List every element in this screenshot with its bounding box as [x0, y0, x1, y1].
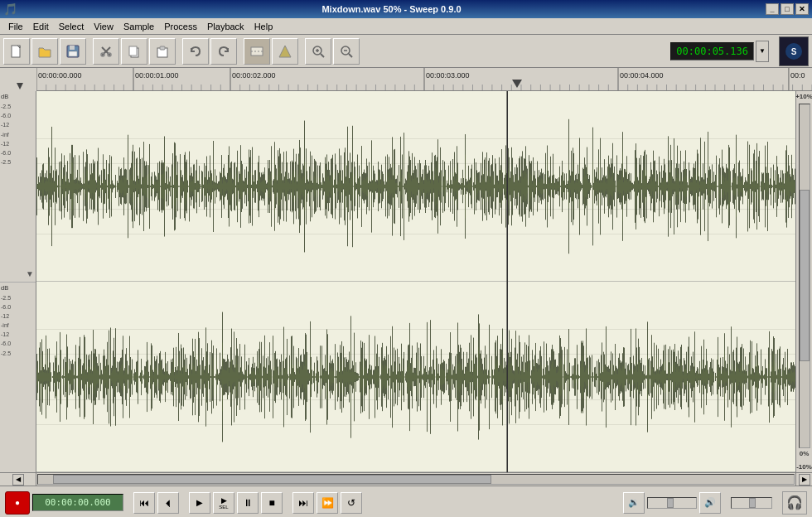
svg-marker-14	[279, 46, 291, 57]
play-button[interactable]: ▶	[189, 492, 210, 514]
v-scroll-thumb[interactable]	[800, 190, 810, 361]
scroll-right-arrow[interactable]: ▶	[799, 474, 810, 486]
svg-line-20	[349, 54, 352, 57]
loop-button[interactable]: ↺	[341, 492, 362, 514]
toolbar: 00:00:05.136 ▼ S	[0, 35, 812, 68]
window-controls: _ □ ✕	[766, 3, 809, 15]
ruler-corner	[0, 68, 36, 90]
vol-up-button[interactable]: 🔊	[699, 492, 721, 514]
app-icon: 🎵	[3, 2, 17, 16]
h-scroll-thumb[interactable]	[53, 475, 491, 484]
redo-button[interactable]	[210, 38, 237, 65]
ruler-timeline[interactable]	[36, 68, 812, 90]
tracks-wrapper: dB -2.5-6.0-12-inf-12-6.0-2.5 ▼ dB -2.5-…	[0, 91, 812, 472]
rewind-button[interactable]: ⏴	[157, 492, 179, 514]
gain-zero-label: 0%	[800, 449, 810, 458]
h-scroll-right[interactable]: ▶	[795, 473, 812, 486]
transport-time-display: 00:00:00.000	[32, 494, 123, 511]
pause-button[interactable]: ⏸	[237, 492, 259, 514]
time-display: 00:00:05.136	[670, 42, 754, 60]
menu-edit[interactable]: Edit	[28, 20, 54, 33]
waveform-area[interactable]	[36, 91, 795, 472]
help-logo-button[interactable]: S	[779, 36, 809, 66]
fast-fwd-button[interactable]: ⏩	[317, 492, 338, 514]
menu-help[interactable]: Help	[249, 20, 278, 33]
save-button[interactable]	[60, 38, 86, 65]
volume-slider[interactable]	[647, 497, 697, 509]
menu-file[interactable]: File	[3, 20, 28, 33]
menu-process[interactable]: Process	[159, 20, 202, 33]
menu-playback[interactable]: Playback	[202, 20, 249, 33]
h-scroll-row: ◀ ▶	[0, 472, 812, 486]
svg-rect-12	[251, 47, 263, 56]
menu-sample[interactable]: Sample	[118, 20, 159, 33]
svg-rect-3	[69, 51, 77, 56]
zoom-out-button[interactable]	[333, 38, 360, 65]
record-button[interactable]: ●	[5, 491, 30, 515]
tracks-left-panel: dB -2.5-6.0-12-inf-12-6.0-2.5 ▼ dB -2.5-…	[0, 91, 36, 472]
pan-slider[interactable]	[731, 497, 772, 509]
svg-rect-9	[129, 46, 137, 56]
snap-button[interactable]	[244, 38, 270, 65]
svg-rect-24	[0, 68, 36, 91]
title-bar: 🎵 Mixdown.wav 50% - Sweep 0.9.0 _ □ ✕	[0, 0, 812, 18]
menu-view[interactable]: View	[89, 20, 118, 33]
new-button[interactable]	[3, 38, 30, 65]
vol-down-button[interactable]: 🔉	[623, 492, 645, 514]
skip-end-button[interactable]: ⏭	[292, 492, 314, 514]
right-gain-panel: +10% 0% -10%	[795, 91, 812, 472]
trim-button[interactable]	[272, 38, 298, 65]
svg-rect-2	[70, 46, 75, 50]
close-button[interactable]: ✕	[795, 3, 809, 15]
svg-text:S: S	[791, 47, 797, 56]
stop-button[interactable]: ■	[261, 492, 283, 514]
window-title: Mixdown.wav 50% - Sweep 0.9.0	[321, 4, 461, 14]
gain-top-label: +10%	[795, 91, 812, 103]
pan-thumb[interactable]	[749, 498, 756, 508]
playhead[interactable]	[512, 80, 522, 88]
h-scrollbar[interactable]	[37, 474, 795, 485]
svg-rect-11	[160, 46, 165, 50]
transport-bar: ● 00:00:00.000 ⏮ ⏴ ▶ ▶ SEL ⏸ ■ ⏭ ⏩ ↺ 🔉 🔊…	[0, 486, 812, 517]
gain-bottom-label: -10%	[796, 461, 812, 472]
waveform-canvas	[36, 91, 795, 472]
minimize-button[interactable]: _	[766, 3, 779, 15]
menu-select[interactable]: Select	[54, 20, 89, 33]
ruler-row	[0, 68, 812, 91]
volume-thumb[interactable]	[667, 498, 674, 508]
play-sel-button[interactable]: ▶ SEL	[213, 492, 234, 514]
v-scrollbar[interactable]	[799, 104, 810, 448]
menu-bar: File Edit Select View Sample Process Pla…	[0, 18, 812, 35]
scroll-left-arrow[interactable]: ◀	[12, 474, 24, 486]
headphones-button[interactable]: 🎧	[782, 491, 807, 515]
copy-button[interactable]	[121, 38, 147, 65]
paste-button[interactable]	[149, 38, 176, 65]
time-display-dropdown[interactable]: ▼	[756, 41, 769, 62]
undo-button[interactable]	[182, 38, 209, 65]
rewind-start-button[interactable]: ⏮	[133, 492, 155, 514]
h-scroll-corner: ◀	[0, 473, 36, 486]
maximize-button[interactable]: □	[781, 3, 794, 15]
open-button[interactable]	[31, 38, 58, 65]
zoom-in-button[interactable]	[305, 38, 331, 65]
svg-line-16	[321, 54, 324, 57]
cut-button[interactable]	[93, 38, 119, 65]
